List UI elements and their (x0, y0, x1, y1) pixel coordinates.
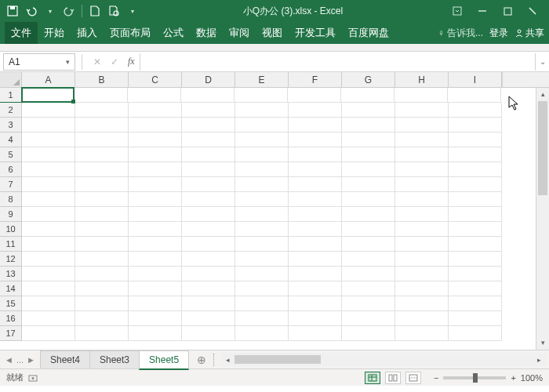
cell[interactable] (342, 177, 395, 192)
cell[interactable] (182, 162, 235, 177)
cell[interactable] (395, 252, 449, 267)
page-layout-view-icon[interactable] (385, 372, 401, 384)
nav-overflow[interactable]: ... (16, 355, 24, 365)
row-header[interactable]: 1 (0, 88, 22, 103)
row-header[interactable]: 12 (0, 252, 22, 267)
zoom-thumb[interactable] (473, 373, 478, 383)
add-sheet-icon[interactable]: ⊕ (193, 354, 210, 366)
cell[interactable] (182, 326, 235, 341)
cell[interactable] (289, 237, 342, 252)
cell[interactable] (129, 103, 182, 118)
cell[interactable] (129, 281, 182, 296)
cell[interactable] (395, 222, 449, 237)
scroll-thumb[interactable] (235, 355, 321, 364)
cell[interactable] (75, 162, 129, 177)
cell[interactable] (75, 132, 129, 147)
cell[interactable] (449, 147, 502, 162)
cell[interactable] (342, 192, 395, 207)
cell[interactable] (342, 326, 395, 341)
cell[interactable] (449, 326, 502, 341)
page-break-view-icon[interactable] (405, 372, 421, 384)
scroll-up-icon[interactable]: ▴ (536, 88, 549, 101)
cell[interactable] (182, 192, 235, 207)
vertical-scrollbar[interactable]: ▴ ▾ (536, 88, 549, 350)
cell[interactable] (341, 88, 394, 103)
scroll-track[interactable] (536, 101, 549, 336)
horizontal-scrollbar[interactable]: ◂ ▸ (221, 353, 546, 366)
cell[interactable] (289, 281, 342, 296)
save-icon[interactable] (6, 5, 19, 17)
cell[interactable] (22, 132, 75, 147)
cells-region[interactable]: 1234567891011121314151617 (0, 88, 536, 350)
scroll-thumb[interactable] (538, 101, 547, 195)
cell[interactable] (22, 147, 75, 162)
cell[interactable] (395, 118, 449, 132)
cell[interactable] (22, 237, 75, 252)
row-header[interactable]: 9 (0, 207, 22, 222)
cell[interactable] (235, 162, 289, 177)
cell[interactable] (129, 311, 182, 326)
cell[interactable] (22, 103, 75, 118)
cell[interactable] (395, 267, 449, 281)
cell[interactable] (289, 267, 342, 281)
sheet-tab-active[interactable]: Sheet5 (139, 350, 189, 370)
minimize-icon[interactable] (477, 5, 488, 16)
col-header[interactable]: C (129, 72, 182, 87)
cell[interactable] (182, 177, 235, 192)
expand-formula-icon[interactable]: ⌄ (535, 53, 549, 71)
cell[interactable] (182, 103, 235, 118)
tab-data[interactable]: 数据 (190, 22, 223, 44)
cell[interactable] (75, 296, 129, 311)
sheet-nav[interactable]: ◄...► (0, 355, 40, 365)
row-header[interactable]: 7 (0, 177, 22, 192)
tab-review[interactable]: 审阅 (223, 22, 256, 44)
cell[interactable] (75, 177, 129, 192)
cell[interactable] (449, 267, 502, 281)
tab-home[interactable]: 开始 (38, 22, 71, 44)
select-all-triangle[interactable] (0, 72, 22, 87)
cell[interactable] (449, 222, 502, 237)
cell[interactable] (129, 237, 182, 252)
cell[interactable] (289, 132, 342, 147)
cell[interactable] (129, 296, 182, 311)
cell[interactable] (235, 326, 289, 341)
cell[interactable] (182, 252, 235, 267)
cell[interactable] (235, 118, 289, 132)
row-header[interactable]: 15 (0, 296, 22, 311)
scroll-track[interactable] (235, 354, 533, 365)
cell[interactable] (342, 147, 395, 162)
row-header[interactable]: 4 (0, 132, 22, 147)
cell[interactable] (289, 207, 342, 222)
cell[interactable] (129, 177, 182, 192)
cell[interactable] (449, 177, 502, 192)
cell[interactable] (75, 267, 129, 281)
cell[interactable] (235, 252, 289, 267)
scroll-down-icon[interactable]: ▾ (536, 336, 549, 350)
col-header[interactable]: E (235, 72, 289, 87)
cell[interactable] (182, 147, 235, 162)
scroll-right-icon[interactable]: ▸ (533, 356, 546, 364)
nav-prev-icon[interactable]: ◄ (5, 355, 13, 365)
cell[interactable] (235, 132, 289, 147)
row-header[interactable]: 11 (0, 237, 22, 252)
ribbon-options-icon[interactable] (452, 5, 463, 16)
cell[interactable] (342, 132, 395, 147)
cell[interactable] (342, 162, 395, 177)
cell[interactable] (22, 252, 75, 267)
tab-insert[interactable]: 插入 (71, 22, 104, 44)
cell[interactable] (129, 162, 182, 177)
tab-formulas[interactable]: 公式 (157, 22, 190, 44)
redo-icon[interactable] (63, 5, 75, 17)
row-header[interactable]: 10 (0, 222, 22, 237)
row-header[interactable]: 14 (0, 281, 22, 296)
cell[interactable] (235, 296, 289, 311)
cell[interactable] (75, 311, 129, 326)
row-header[interactable]: 3 (0, 118, 22, 132)
cell[interactable] (75, 326, 129, 341)
cell[interactable] (75, 103, 129, 118)
tab-baidu[interactable]: 百度网盘 (342, 22, 395, 44)
cell[interactable] (395, 177, 449, 192)
formula-input[interactable] (140, 53, 535, 71)
cell[interactable] (75, 237, 129, 252)
cell[interactable] (449, 296, 502, 311)
